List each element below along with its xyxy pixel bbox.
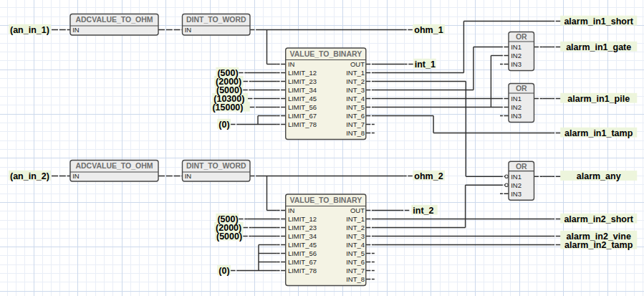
svg-text:IN3: IN3 — [511, 190, 522, 198]
svg-text:LIMIT_23: LIMIT_23 — [288, 77, 317, 85]
svg-text:LIMIT_56: LIMIT_56 — [288, 249, 317, 257]
svg-text:OR: OR — [516, 84, 527, 92]
svg-text:VALUE_TO_BINARY: VALUE_TO_BINARY — [289, 49, 362, 58]
svg-text:INT_3: INT_3 — [346, 232, 365, 240]
svg-text:INT_4: INT_4 — [346, 95, 365, 102]
svg-text:LIMIT_56: LIMIT_56 — [288, 103, 317, 111]
svg-text:(an_in_1): (an_in_1) — [10, 25, 49, 35]
svg-text:INT_7: INT_7 — [346, 120, 365, 128]
svg-text:INT_5: INT_5 — [346, 249, 365, 257]
svg-text:LIMIT_67: LIMIT_67 — [288, 112, 317, 120]
svg-text:DINT_TO_WORD: DINT_TO_WORD — [186, 161, 246, 170]
svg-text:(0): (0) — [218, 266, 229, 276]
svg-text:LIMIT_34: LIMIT_34 — [288, 232, 317, 240]
svg-text:INT_2: INT_2 — [346, 77, 365, 85]
svg-text:IN3: IN3 — [511, 112, 522, 120]
svg-text:IN3: IN3 — [511, 60, 522, 68]
svg-text:LIMIT_78: LIMIT_78 — [288, 267, 317, 274]
svg-text:IN: IN — [72, 172, 80, 180]
svg-text:ADCVALUE_TO_OHM: ADCVALUE_TO_OHM — [75, 161, 153, 170]
svg-text:INT_1: INT_1 — [346, 69, 365, 77]
svg-text:ADCVALUE_TO_OHM: ADCVALUE_TO_OHM — [75, 15, 153, 24]
svg-text:(5000): (5000) — [216, 231, 242, 242]
svg-text:INT_5: INT_5 — [346, 103, 365, 111]
svg-text:IN1: IN1 — [511, 43, 522, 51]
svg-text:int_1: int_1 — [415, 59, 436, 70]
svg-text:LIMIT_78: LIMIT_78 — [288, 120, 317, 128]
svg-text:ohm_1: ohm_1 — [414, 25, 443, 35]
svg-text:alarm_in1_tamp: alarm_in1_tamp — [564, 128, 633, 138]
svg-text:INT_4: INT_4 — [346, 241, 365, 249]
svg-text:int_2: int_2 — [413, 206, 433, 216]
svg-text:INT_7: INT_7 — [346, 267, 365, 274]
svg-text:LIMIT_45: LIMIT_45 — [288, 241, 317, 249]
svg-text:(15000): (15000) — [212, 102, 243, 113]
svg-text:IN1: IN1 — [511, 173, 522, 181]
svg-text:IN: IN — [185, 26, 192, 34]
svg-text:LIMIT_12: LIMIT_12 — [288, 215, 317, 223]
svg-text:LIMIT_45: LIMIT_45 — [288, 95, 317, 102]
svg-text:IN: IN — [288, 206, 295, 214]
svg-text:DINT_TO_WORD: DINT_TO_WORD — [186, 15, 246, 24]
svg-text:OUT: OUT — [350, 206, 365, 214]
svg-text:alarm_in1_pile: alarm_in1_pile — [567, 94, 630, 104]
svg-text:VALUE_TO_BINARY: VALUE_TO_BINARY — [289, 196, 362, 204]
svg-text:LIMIT_12: LIMIT_12 — [288, 69, 317, 77]
svg-text:INT_8: INT_8 — [346, 129, 365, 137]
svg-text:alarm_in1_short: alarm_in1_short — [564, 16, 633, 27]
svg-text:INT_6: INT_6 — [346, 112, 365, 120]
svg-text:IN2: IN2 — [511, 103, 522, 111]
svg-text:ohm_2: ohm_2 — [414, 171, 443, 181]
svg-text:IN2: IN2 — [511, 52, 522, 59]
svg-text:alarm_any: alarm_any — [577, 171, 621, 181]
svg-text:alarm_in2_short: alarm_in2_short — [564, 214, 633, 224]
svg-text:IN1: IN1 — [511, 95, 522, 102]
svg-text:IN2: IN2 — [511, 181, 522, 189]
svg-text:INT_8: INT_8 — [346, 275, 365, 283]
svg-text:(an_in_2): (an_in_2) — [10, 171, 49, 181]
svg-text:LIMIT_23: LIMIT_23 — [288, 224, 317, 231]
svg-text:LIMIT_34: LIMIT_34 — [288, 86, 317, 94]
svg-text:IN: IN — [72, 26, 80, 34]
svg-text:INT_3: INT_3 — [346, 86, 365, 94]
svg-text:OR: OR — [516, 32, 527, 41]
svg-text:IN: IN — [288, 60, 295, 68]
svg-text:alarm_in1_gate: alarm_in1_gate — [566, 42, 631, 52]
svg-text:IN: IN — [185, 172, 192, 180]
svg-text:LIMIT_67: LIMIT_67 — [288, 258, 317, 266]
svg-text:OR: OR — [516, 162, 527, 171]
svg-text:INT_1: INT_1 — [346, 215, 365, 223]
svg-text:(0): (0) — [218, 120, 229, 130]
svg-text:OUT: OUT — [350, 60, 365, 68]
svg-text:INT_2: INT_2 — [346, 224, 365, 231]
svg-text:INT_6: INT_6 — [346, 258, 365, 266]
svg-text:alarm_in2_tamp: alarm_in2_tamp — [564, 240, 633, 250]
